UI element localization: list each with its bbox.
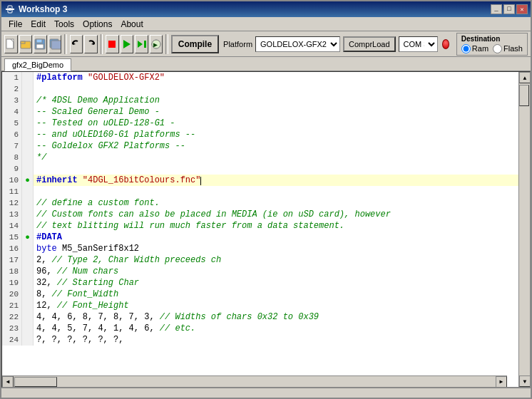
- line-content[interactable]: byte M5_5anSerif8x12: [34, 243, 518, 254]
- line-number: 22: [2, 311, 22, 323]
- line-number: 9: [2, 163, 22, 175]
- dest-flash-option[interactable]: Flash: [493, 44, 523, 53]
- line-number: 21: [2, 300, 22, 311]
- scroll-right-button[interactable]: ▶: [496, 376, 507, 388]
- line-gutter: [22, 243, 34, 254]
- line-content[interactable]: -- Scaled General Demo -: [34, 106, 518, 118]
- line-content[interactable]: /* 4DSL Demo Application: [34, 95, 518, 106]
- compile-button[interactable]: Compile: [171, 35, 219, 53]
- line-content[interactable]: [34, 83, 518, 95]
- menu-tools[interactable]: Tools: [50, 18, 78, 31]
- line-gutter: ●: [22, 232, 34, 243]
- line-number: 10: [2, 175, 22, 186]
- line-content[interactable]: // Custom fonts can also be placed in ME…: [34, 209, 518, 220]
- open-button[interactable]: [19, 35, 33, 53]
- line-content[interactable]: [34, 163, 518, 175]
- pause-button[interactable]: ▶: [150, 35, 163, 53]
- destination-box: Destination Ram Flash: [456, 33, 528, 56]
- scroll-down-button[interactable]: ▼: [519, 375, 531, 387]
- sep1: [64, 34, 66, 54]
- code-line: 11: [2, 186, 518, 197]
- line-content[interactable]: -- and uOLED160-G1 platforms --: [34, 129, 518, 140]
- code-line: 21 12, // Font_Height: [2, 300, 518, 311]
- line-gutter: [22, 334, 34, 346]
- minimize-button[interactable]: _: [491, 4, 502, 14]
- line-number: 14: [2, 220, 22, 232]
- line-content[interactable]: // text blitting will run much faster fr…: [34, 220, 518, 232]
- line-content[interactable]: 12, // Font_Height: [34, 300, 518, 311]
- menu-edit[interactable]: Edit: [26, 18, 50, 31]
- line-gutter: [22, 129, 34, 140]
- com-select[interactable]: COM 3 COM 1 COM 2 COM 4: [399, 36, 438, 52]
- svg-rect-14: [144, 41, 146, 48]
- destination-options: Ram Flash: [461, 44, 523, 53]
- h-scroll-track[interactable]: [14, 376, 496, 387]
- line-content[interactable]: -- Goldelox GFX2 Platforms --: [34, 140, 518, 152]
- comprload-button[interactable]: ComprLoad: [343, 36, 395, 52]
- code-line: 23 4, 4, 5, 7, 4, 1, 4, 6, // etc.: [2, 323, 518, 334]
- menu-options[interactable]: Options: [78, 18, 116, 31]
- dest-ram-radio[interactable]: [461, 44, 471, 53]
- line-number: 3: [2, 95, 22, 106]
- new-button[interactable]: [4, 35, 18, 53]
- window-title: Workshop 3: [19, 4, 491, 14]
- toolbar: ▶ Compile Platform GOLDELOX-GFX2 GOLDELO…: [1, 31, 531, 57]
- line-gutter: [22, 323, 34, 334]
- line-number: 15: [2, 232, 22, 243]
- vertical-scrollbar[interactable]: ▲ ▼: [518, 72, 530, 387]
- line-number: 6: [2, 129, 22, 140]
- line-content[interactable]: 4, 4, 5, 7, 4, 1, 4, 6, // etc.: [34, 323, 518, 334]
- dest-flash-radio[interactable]: [493, 44, 502, 53]
- code-editor[interactable]: 1#platform "GOLDELOX-GFX2"23/* 4DSL Demo…: [2, 72, 518, 387]
- line-content[interactable]: 32, // Starting Char: [34, 277, 518, 289]
- line-content[interactable]: #DATA: [34, 232, 518, 243]
- line-number: 11: [2, 186, 22, 197]
- line-content[interactable]: #platform "GOLDELOX-GFX2": [34, 72, 518, 83]
- redo-button[interactable]: [84, 35, 98, 53]
- maximize-button[interactable]: □: [503, 4, 515, 14]
- close-button[interactable]: ✕: [516, 4, 528, 14]
- code-line: 9: [2, 163, 518, 175]
- scroll-left-button[interactable]: ◀: [2, 376, 14, 388]
- code-line: 15●#DATA: [2, 232, 518, 243]
- dest-ram-option[interactable]: Ram: [461, 44, 488, 53]
- svg-text:▶: ▶: [153, 41, 158, 49]
- svg-rect-8: [36, 44, 44, 48]
- line-content[interactable]: [34, 186, 518, 197]
- line-content[interactable]: 2, // Type 2, Char Width preceeds ch: [34, 254, 518, 266]
- line-content[interactable]: #inherit "4DGL_16bitColours.fnc": [34, 175, 518, 186]
- save-button[interactable]: [34, 35, 47, 53]
- v-scroll-thumb[interactable]: [519, 85, 529, 106]
- stop-button[interactable]: [106, 35, 119, 53]
- line-content[interactable]: 4, 4, 6, 8, 7, 8, 7, 3, // Widths of cha…: [34, 311, 518, 323]
- line-content[interactable]: 8, // Font_Width: [34, 289, 518, 300]
- line-gutter: [22, 152, 34, 163]
- code-line: 7 -- Goldelox GFX2 Platforms --: [2, 140, 518, 152]
- run-button[interactable]: [121, 35, 134, 53]
- line-content[interactable]: 96, // Num chars: [34, 266, 518, 277]
- tab-gfx2-bigdemo[interactable]: gfx2_BigDemo: [4, 58, 71, 71]
- line-gutter: [22, 254, 34, 266]
- scroll-up-button[interactable]: ▲: [519, 72, 531, 83]
- platform-select[interactable]: GOLDELOX-GFX2 GOLDELOX PICASO DIABLO16: [255, 36, 340, 52]
- code-line: 1#platform "GOLDELOX-GFX2": [2, 72, 518, 83]
- code-lines: 1#platform "GOLDELOX-GFX2"23/* 4DSL Demo…: [2, 72, 518, 346]
- line-content[interactable]: */: [34, 152, 518, 163]
- svg-rect-5: [21, 41, 25, 43]
- menu-file[interactable]: File: [4, 18, 26, 31]
- line-gutter: [22, 266, 34, 277]
- step-button[interactable]: [135, 35, 148, 53]
- sep2: [101, 34, 103, 54]
- code-line: 6 -- and uOLED160-G1 platforms --: [2, 129, 518, 140]
- line-gutter: ●: [22, 175, 34, 186]
- undo-button[interactable]: [70, 35, 83, 53]
- menu-about[interactable]: About: [116, 18, 147, 31]
- save-all-button[interactable]: [48, 35, 62, 53]
- horizontal-scrollbar[interactable]: ◀ ▶: [2, 375, 507, 387]
- line-content[interactable]: -- Tested on uOLED-128-G1 -: [34, 118, 518, 129]
- line-number: 16: [2, 243, 22, 254]
- code-line: 3/* 4DSL Demo Application: [2, 95, 518, 106]
- h-scroll-thumb[interactable]: [14, 377, 57, 387]
- line-content[interactable]: ?, ?, ?, ?, ?, ?,: [34, 334, 518, 346]
- line-content[interactable]: // define a custom font.: [34, 197, 518, 209]
